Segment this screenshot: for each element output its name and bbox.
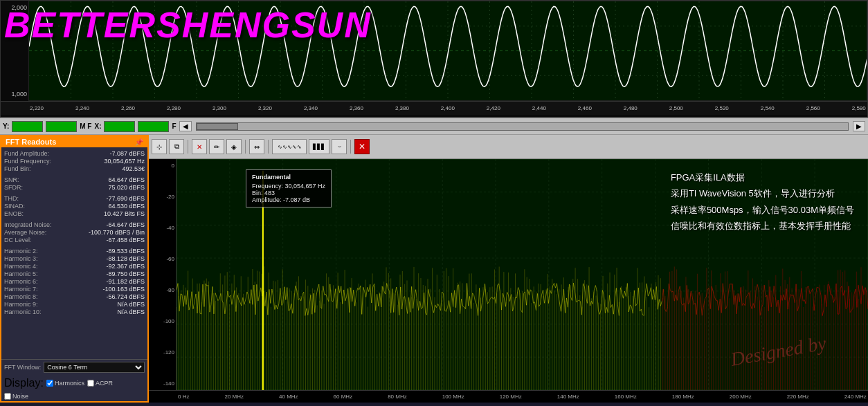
nav-left-btn[interactable]: ◀ <box>179 121 192 131</box>
svg-line-317 <box>554 283 555 288</box>
fft-y-axis: 0 -20 -40 -60 -80 -100 -120 -140 <box>149 159 177 390</box>
fft-row-label: Harmonic 7: <box>4 286 38 293</box>
acpr-checkbox-label[interactable]: ACPR <box>87 380 113 387</box>
svg-line-361 <box>615 288 616 297</box>
chinese-line-2: 采用TI WaveVision 5软件，导入进行分析 <box>671 185 854 201</box>
fft-window-select[interactable]: Cosine 6 Term <box>44 362 145 373</box>
svg-line-121 <box>283 287 284 304</box>
svg-line-431 <box>712 286 713 291</box>
fft-row-value: -92.367 dBFS <box>106 263 145 270</box>
svg-line-356 <box>608 295 609 313</box>
tb-sep-2 <box>245 140 246 154</box>
svg-line-136 <box>304 292 305 315</box>
y-label: Y: <box>3 122 9 130</box>
y-input-1[interactable] <box>12 121 43 132</box>
eraser-btn[interactable]: ◈ <box>226 139 242 154</box>
cursor-btn[interactable]: ⊹ <box>152 139 167 154</box>
fft-data-row: Fund Frequency:30,054,657 Hz <box>4 158 145 165</box>
fft-chart-section: ⊹ ⧉ ✕ ✏ ◈ ⇔ ∿∿∿∿∿ ▋▋▋ ⌣ ✕ 0 -20 -40 -60 … <box>149 135 868 403</box>
svg-line-537 <box>858 285 860 295</box>
fft-data-row: Harmonic 2:-89.533 dBFS <box>4 248 145 255</box>
x-axis-bar: 2,220 2,240 2,260 2,280 2,300 2,320 2,34… <box>1 101 867 115</box>
fft-row-label: DC Level: <box>4 237 32 243</box>
svg-line-371 <box>629 305 630 312</box>
svg-line-536 <box>857 285 858 307</box>
svg-line-119 <box>280 288 282 306</box>
bar-icon-btn[interactable]: ▋▋▋ <box>309 139 329 154</box>
wave-btn[interactable]: ∿∿∿∿∿ <box>272 139 307 154</box>
pen-btn[interactable]: ✏ <box>209 139 224 154</box>
svg-line-71 <box>214 293 215 313</box>
harmonics-checkbox[interactable] <box>46 380 53 387</box>
svg-line-439 <box>723 284 724 295</box>
harmonics-checkbox-label[interactable]: Harmonics <box>46 380 84 387</box>
fx-140mhz: 140 MHz <box>557 394 579 400</box>
svg-line-331 <box>573 283 575 291</box>
fft-annotation: Fundamental Frequency: 30,054,657 Hz Bin… <box>246 169 332 207</box>
fft-row-value: -89.750 dBFS <box>106 270 145 277</box>
fft-row-label: ENOB: <box>4 210 24 217</box>
fft-row-value: -88.128 dBFS <box>106 255 145 262</box>
fft-data-row: SFDR:75.020 dBFS <box>4 184 145 191</box>
noise-checkbox-label[interactable]: Noise <box>4 393 28 400</box>
scroll-thumb[interactable] <box>197 123 238 130</box>
close-btn[interactable]: ✕ <box>354 139 370 154</box>
svg-line-301 <box>532 291 533 303</box>
fft-data-row: ENOB:10.427 Bits FS <box>4 210 145 217</box>
fft-data-row: Harmonic 10:N/A dBFS <box>4 308 145 315</box>
fft-data-row: Harmonic 7:-100.163 dBFS <box>4 286 145 293</box>
cut-btn[interactable]: ✕ <box>192 139 207 154</box>
x-label-9: 2,400 <box>441 105 455 111</box>
harmonics-label: Harmonics <box>55 380 84 387</box>
copy-btn[interactable]: ⧉ <box>169 139 184 154</box>
x-input-1[interactable] <box>104 121 135 132</box>
fx-0hz: 0 Hz <box>178 394 189 400</box>
fft-row-value: -64.647 dBFS <box>106 221 145 228</box>
fft-row-label: SFDR: <box>4 184 23 191</box>
x-label-3: 2,280 <box>167 105 181 111</box>
svg-line-217 <box>416 290 417 301</box>
svg-line-426 <box>705 297 706 299</box>
envelope-btn[interactable]: ⌣ <box>332 139 347 154</box>
noise-checkbox[interactable] <box>4 393 11 400</box>
fft-row-label: Harmonic 3: <box>4 255 38 262</box>
x-label-0: 2,220 <box>30 105 44 111</box>
svg-line-196 <box>387 284 388 289</box>
fft-window-row: FFT Window: Cosine 6 Term <box>1 359 147 375</box>
svg-line-541 <box>864 288 865 295</box>
svg-line-469 <box>764 285 766 297</box>
svg-line-56 <box>193 302 195 308</box>
fft-row-label: THD: <box>4 195 19 202</box>
svg-line-366 <box>622 293 623 298</box>
x-label-12: 2,460 <box>578 105 592 111</box>
svg-line-318 <box>555 284 557 288</box>
move-btn[interactable]: ⇔ <box>249 139 264 154</box>
svg-line-123 <box>286 288 287 300</box>
svg-line-246 <box>456 286 458 308</box>
fft-spectrum <box>177 266 868 390</box>
svg-line-468 <box>763 285 764 304</box>
acpr-checkbox[interactable] <box>87 380 94 387</box>
x-input-2[interactable] <box>138 121 169 132</box>
svg-line-161 <box>338 286 340 293</box>
svg-line-221 <box>422 308 423 309</box>
svg-line-321 <box>559 303 561 311</box>
scrollbar[interactable] <box>196 122 849 131</box>
fft-data-row: Fund Bin:492.53€ <box>4 165 145 172</box>
nav-right-btn[interactable]: ▶ <box>853 121 865 131</box>
svg-line-116 <box>276 305 278 309</box>
fx-120mhz: 120 MHz <box>500 394 522 400</box>
fft-panel-pin[interactable]: 📌 <box>135 138 143 146</box>
chinese-line-4: 信噪比和有效位数指标上，基本发挥手册性能 <box>671 218 854 234</box>
svg-line-145 <box>316 288 318 297</box>
svg-line-86 <box>235 290 236 312</box>
svg-line-94 <box>246 292 247 299</box>
fft-row-value: -100.163 dBFS <box>102 286 145 293</box>
fft-row-label: Harmonic 9: <box>4 301 38 308</box>
top-waveform-section: BETTERSHENGSUN 2,000 1,000 <box>0 0 868 118</box>
svg-line-271 <box>491 297 492 298</box>
y-input-2[interactable] <box>46 121 77 132</box>
fft-panel-content: Fund Amplitude:-7.087 dBFSFund Frequency… <box>1 147 147 359</box>
svg-line-150 <box>323 286 325 295</box>
fft-plot: Fundamental Frequency: 30,054,657 Hz Bin… <box>177 159 868 390</box>
